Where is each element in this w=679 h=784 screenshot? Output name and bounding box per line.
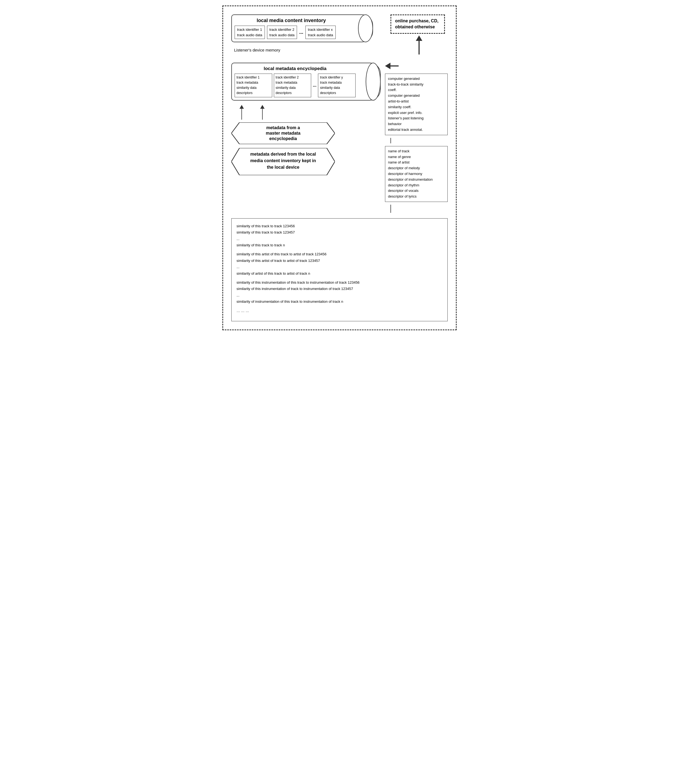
svg-text:encyclopedia: encyclopedia [269, 136, 297, 141]
enc-meta-1: track metadata [236, 80, 270, 85]
enc-meta-y: track metadata [320, 80, 354, 85]
encyclopedia-cap [366, 63, 381, 100]
left-middle-area: local metadata encyclopedia track identi… [232, 63, 381, 213]
right-middle-area: computer generated track-to-track simila… [385, 63, 447, 213]
enc-card-y: track identifier y track metadata simila… [318, 74, 355, 97]
enc-card-1: track identifier 1 track metadata simila… [235, 74, 272, 97]
rtb-line-8: behavior [388, 121, 445, 127]
enc-id-y: track identifier y [320, 75, 354, 80]
encyclopedia-tracks: track identifier 1 track metadata simila… [235, 74, 366, 97]
enc-id-2: track identifier 2 [276, 75, 310, 80]
track-audio-2: track audio data [269, 33, 295, 38]
similarity-group-2: similarity of this instrumentation of th… [236, 279, 443, 305]
arrows-row [232, 105, 381, 120]
sim-g1-l0: similarity of this artist of this track … [236, 251, 443, 257]
inventory-title: local media content inventory [235, 18, 359, 23]
track-card-1: track identifier 1 track audio data [235, 26, 265, 39]
rtb-line-9: editorial track annotat. [388, 127, 445, 133]
sim-g2-l2: ... [236, 292, 443, 298]
rtb-line-4: artist-to-artist [388, 99, 445, 104]
right-bottom-box: name of track name of genre name of arti… [385, 146, 447, 202]
svg-text:metadata derived from the loca: metadata derived from the local [250, 152, 316, 156]
encyclopedia-container: local metadata encyclopedia track identi… [232, 63, 381, 100]
master-hex-wrapper: metadata from a master metadata encyclop… [232, 122, 381, 145]
sim-g2-l3: similarity of instrumentation of this tr… [236, 298, 443, 305]
arrow-up-to-cylinder [416, 35, 422, 55]
local-hex-wrapper: metadata derived from the local media co… [232, 148, 381, 176]
arrow-line-2 [262, 109, 263, 120]
rtb-line-5: similarity coeff. [388, 104, 445, 110]
arrow-up-1 [239, 105, 244, 120]
enc-sim-1: similarity data descriptors [236, 85, 270, 95]
enc-card-2: track identifier 2 track metadata simila… [274, 74, 311, 97]
arrow-body-up [419, 41, 419, 55]
encyclopedia-title: local metadata encyclopedia [235, 66, 366, 71]
page: local media content inventory track iden… [222, 5, 457, 330]
track-id-2: track identifier 2 [269, 27, 295, 33]
sim-g0-l3: similarity of this track to track n [236, 242, 443, 248]
svg-text:metadata from a: metadata from a [266, 125, 300, 130]
track-card-2: track identifier 2 track audio data [267, 26, 297, 39]
sim-g3-l0: … … … [236, 308, 443, 314]
arrow-line-1 [241, 109, 242, 120]
rbb-line-1: name of genre [388, 154, 445, 160]
track-id-1: track identifier 1 [237, 27, 262, 33]
enc-id-1: track identifier 1 [236, 75, 270, 80]
sim-g1-l3: similarity of artist of this track to ar… [236, 270, 443, 277]
sim-g1-l1: similarity of this artist of track to ar… [236, 258, 443, 264]
rbb-line-6: descriptor of rhythm [388, 183, 445, 188]
arrow-connector [385, 63, 447, 69]
cylinder-cap [358, 14, 373, 42]
track-id-x: track identifier x [308, 27, 333, 33]
sim-g1-l2: ... [236, 264, 443, 270]
track-card-x: track identifier x track audio data [305, 26, 336, 39]
device-label: Listener's device memory [232, 48, 385, 52]
enc-meta-2: track metadata [276, 80, 310, 85]
encyclopedia-ellipsis: ... [313, 83, 316, 88]
sim-g2-l0: similarity of this instrumentation of th… [236, 279, 443, 286]
thick-arrow-left [385, 63, 399, 69]
right-top-box: computer generated track-to-track simila… [385, 74, 447, 135]
arrow-left-body [390, 66, 399, 66]
arrow-up-2 [260, 105, 264, 120]
top-right-area: online purchase, CD, obtained otherwise [390, 14, 447, 55]
top-section: local media content inventory track iden… [232, 14, 447, 55]
rbb-line-5: descriptor of instrumentation [388, 177, 445, 183]
rbb-line-8: descriptor of lyrics [388, 194, 445, 199]
rtb-line-0: computer generated [388, 76, 445, 82]
local-hex-svg: metadata derived from the local media co… [232, 148, 335, 175]
cylinder-box: local media content inventory track iden… [232, 14, 373, 42]
rbb-line-0: name of track [388, 149, 445, 154]
online-purchase-text: online purchase, CD, obtained otherwise [395, 19, 438, 29]
similarity-group-0: similarity of this track to track 123456… [236, 223, 443, 249]
rtb-line-6: explicit user pref. info. [388, 110, 445, 116]
sim-g0-l0: similarity of this track to track 123456 [236, 223, 443, 229]
connector-line-v [390, 138, 391, 143]
similarity-group-3: … … … [236, 308, 443, 314]
divider-1 [232, 57, 447, 63]
enc-sim-y: similarity data descriptors [320, 85, 354, 95]
sim-g0-l1: similarity of this track to track 123457 [236, 229, 443, 235]
rbb-line-7: descriptor of vocals [388, 188, 445, 194]
rtb-line-1: track-to-track similarity [388, 82, 445, 88]
rbb-line-2: name of artist [388, 160, 445, 166]
rbb-line-4: descriptor of harmony [388, 171, 445, 177]
arrow-head-up [416, 35, 422, 41]
sim-g0-l2: ... [236, 236, 443, 242]
hexagon-wrapper: metadata from a master metadata encyclop… [232, 122, 381, 176]
outer-container: local media content inventory track iden… [222, 5, 457, 330]
svg-text:media content inventory kept i: media content inventory kept in [250, 158, 316, 163]
inventory-tracks: track identifier 1 track audio data trac… [235, 26, 359, 39]
similarity-group-1: similarity of this artist of this track … [236, 251, 443, 277]
online-purchase-box: online purchase, CD, obtained otherwise [390, 14, 445, 34]
encyclopedia-box: local metadata encyclopedia track identi… [232, 63, 381, 100]
middle-section: local metadata encyclopedia track identi… [232, 63, 447, 213]
rbb-line-3: descriptor of melody [388, 166, 445, 171]
inventory-cylinder: local media content inventory track iden… [232, 14, 373, 42]
arrow-head-2 [260, 105, 264, 109]
arrow-left-head [385, 63, 390, 69]
enc-sim-2: similarity data descriptors [276, 85, 310, 95]
svg-text:the local device: the local device [267, 165, 299, 169]
svg-text:master metadata: master metadata [266, 131, 300, 135]
rtb-line-3: computer generated [388, 93, 445, 99]
